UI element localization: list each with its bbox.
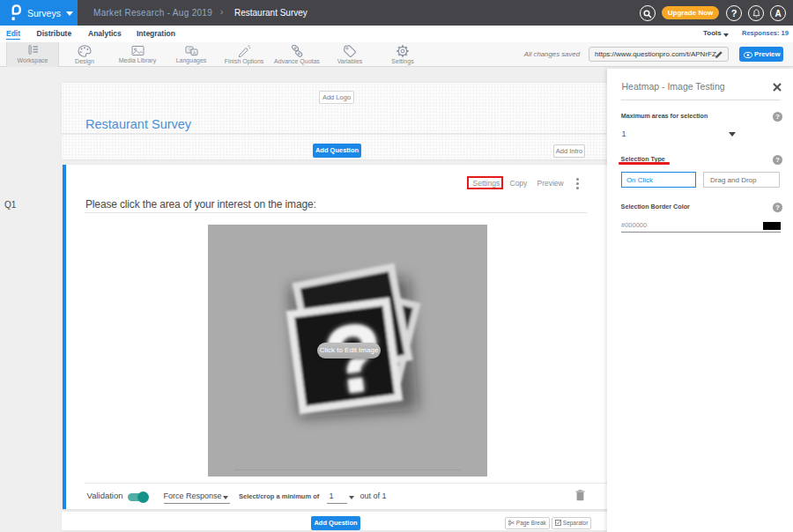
- svg-text:A: A: [192, 50, 196, 55]
